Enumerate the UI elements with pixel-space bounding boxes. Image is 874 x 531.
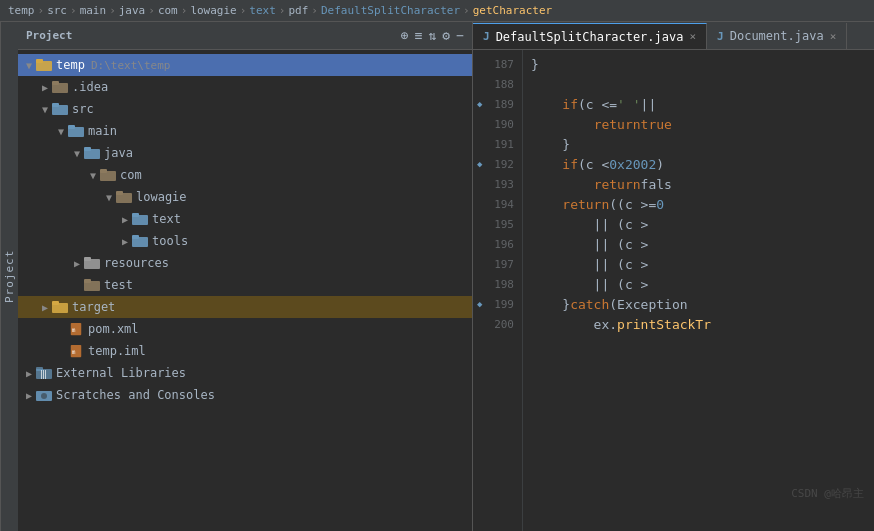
- svg-rect-5: [52, 103, 59, 107]
- tree-item-test[interactable]: test: [18, 274, 472, 296]
- tree-item-iml[interactable]: m temp.iml: [18, 340, 472, 362]
- sidebar-title: Project: [26, 29, 401, 42]
- breadcrumb-item-temp[interactable]: temp: [8, 4, 35, 17]
- folder-icon-scratches: [36, 388, 52, 402]
- folder-icon-idea: [52, 80, 68, 94]
- tree-label-pom: pom.xml: [88, 322, 139, 336]
- line-196: 196: [473, 234, 522, 254]
- breadcrumb-item-pdf[interactable]: pdf: [288, 4, 308, 17]
- folder-icon-extlibs: | | |: [36, 366, 52, 380]
- code-editor: 187 188 189 190 191 192 193 194 195 196 …: [473, 50, 874, 531]
- breadcrumb-item-text[interactable]: text: [249, 4, 276, 17]
- line-193: 193: [473, 174, 522, 194]
- tree-item-target[interactable]: ▶ target: [18, 296, 472, 318]
- line-189: 189: [473, 94, 522, 114]
- tree-item-lowagie[interactable]: ▼ lowagie: [18, 186, 472, 208]
- breadcrumb-item-main[interactable]: main: [80, 4, 107, 17]
- tab-bar: J DefaultSplitCharacter.java × J Documen…: [473, 22, 874, 50]
- editor-area: J DefaultSplitCharacter.java × J Documen…: [473, 22, 874, 531]
- tree-item-extlibs[interactable]: ▶ | | | External Libraries: [18, 362, 472, 384]
- folder-icon-lowagie: [116, 190, 132, 204]
- watermark: CSDN @哈昂主: [791, 486, 864, 501]
- tab-close-document[interactable]: ×: [830, 30, 837, 43]
- line-200: 200: [473, 314, 522, 334]
- java-file-icon: J: [483, 30, 490, 43]
- folder-icon-tools: [132, 234, 148, 248]
- tree-item-main[interactable]: ▼ main: [18, 120, 472, 142]
- tree-item-src[interactable]: ▼ src: [18, 98, 472, 120]
- folder-icon-java: [84, 146, 100, 160]
- breadcrumb-item-defaultsplit[interactable]: DefaultSplitCharacter: [321, 4, 460, 17]
- breadcrumb-item-lowagie[interactable]: lowagie: [190, 4, 236, 17]
- tree-label-iml: temp.iml: [88, 344, 146, 358]
- folder-icon-resources: [84, 256, 100, 270]
- svg-text:|: |: [43, 370, 48, 379]
- breadcrumb-item-src[interactable]: src: [47, 4, 67, 17]
- svg-rect-23: [52, 301, 59, 305]
- tree-label-text: text: [152, 212, 181, 226]
- tree-label-idea: .idea: [72, 80, 108, 94]
- tree-label-extlibs: External Libraries: [56, 366, 186, 380]
- tree-item-java[interactable]: ▼ java: [18, 142, 472, 164]
- svg-text:m: m: [72, 348, 76, 355]
- close-sidebar-icon[interactable]: −: [456, 28, 464, 43]
- svg-rect-7: [68, 125, 75, 129]
- svg-rect-21: [84, 279, 91, 283]
- tree-label-temp: temp: [56, 58, 85, 72]
- code-content[interactable]: } if (c <= ' ' || return: [523, 50, 874, 531]
- tree-item-idea[interactable]: ▶ .idea: [18, 76, 472, 98]
- project-vertical-label: Project: [0, 22, 18, 531]
- svg-text:m: m: [72, 326, 76, 333]
- breadcrumb-item-com[interactable]: com: [158, 4, 178, 17]
- folder-icon-target: [52, 300, 68, 314]
- line-191: 191: [473, 134, 522, 154]
- tree-path-temp: D:\text\temp: [91, 59, 170, 72]
- folder-icon-text: [132, 212, 148, 226]
- code-line-187: }: [531, 54, 866, 74]
- java-file-icon-doc: J: [717, 30, 724, 43]
- tab-document[interactable]: J Document.java ×: [707, 23, 847, 49]
- folder-icon-com: [100, 168, 116, 182]
- svg-rect-1: [36, 59, 43, 63]
- svg-rect-13: [116, 191, 123, 195]
- tab-default-split[interactable]: J DefaultSplitCharacter.java ×: [473, 23, 707, 49]
- tree-item-com[interactable]: ▼ com: [18, 164, 472, 186]
- code-line-191: }: [531, 134, 866, 154]
- sort-icon[interactable]: ⇅: [429, 28, 437, 43]
- tab-label-default-split: DefaultSplitCharacter.java: [496, 30, 684, 44]
- add-icon[interactable]: ⊕: [401, 28, 409, 43]
- tab-label-document: Document.java: [730, 29, 824, 43]
- tree-item-text[interactable]: ▶ text: [18, 208, 472, 230]
- tree-label-test: test: [104, 278, 133, 292]
- tree-item-temp[interactable]: ▼ temp D:\text\temp: [18, 54, 472, 76]
- file-icon-pom: m: [68, 322, 84, 336]
- line-192: 192: [473, 154, 522, 174]
- tree-item-tools[interactable]: ▶ tools: [18, 230, 472, 252]
- line-199: 199: [473, 294, 522, 314]
- line-190: 190: [473, 114, 522, 134]
- sidebar-header: Project ⊕ ≡ ⇅ ⚙ −: [18, 22, 472, 50]
- tree-label-target: target: [72, 300, 115, 314]
- folder-icon-main: [68, 124, 84, 138]
- svg-rect-9: [84, 147, 91, 151]
- tree-item-scratches[interactable]: ▶ Scratches and Consoles: [18, 384, 472, 406]
- line-numbers: 187 188 189 190 191 192 193 194 195 196 …: [473, 50, 523, 531]
- code-line-199: } catch ( Exception: [531, 294, 866, 314]
- breadcrumb-item-getcharacter[interactable]: getCharacter: [473, 4, 552, 17]
- code-line-195: || (c >: [531, 214, 866, 234]
- svg-rect-15: [132, 213, 139, 217]
- code-line-189: if (c <= ' ' ||: [531, 94, 866, 114]
- tree-label-lowagie: lowagie: [136, 190, 187, 204]
- settings-icon[interactable]: ⚙: [442, 28, 450, 43]
- breadcrumb-bar: temp › src › main › java › com › lowagie…: [0, 0, 874, 22]
- layout-icon[interactable]: ≡: [415, 28, 423, 43]
- breadcrumb-item-java[interactable]: java: [119, 4, 146, 17]
- line-195: 195: [473, 214, 522, 234]
- tree-item-pom[interactable]: m pom.xml: [18, 318, 472, 340]
- main-area: Project Project ⊕ ≡ ⇅ ⚙ − ▼ temp: [0, 22, 874, 531]
- svg-rect-19: [84, 257, 91, 261]
- svg-point-34: [41, 393, 47, 399]
- tab-close-default-split[interactable]: ×: [689, 30, 696, 43]
- svg-rect-3: [52, 81, 59, 85]
- tree-item-resources[interactable]: ▶ resources: [18, 252, 472, 274]
